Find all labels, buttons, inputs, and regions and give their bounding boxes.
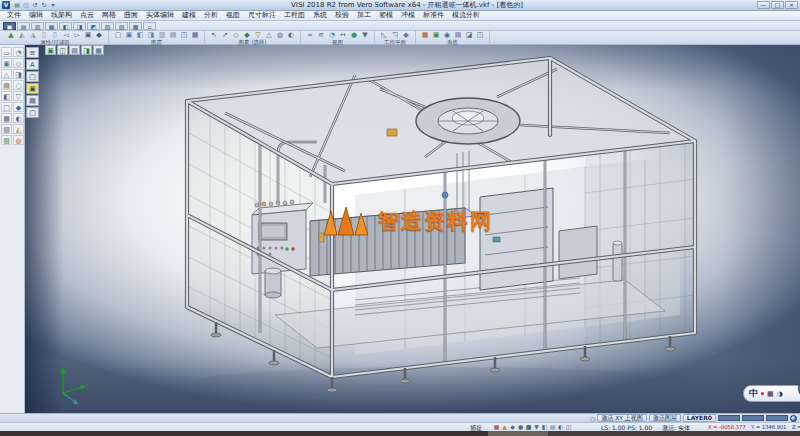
left-tool-icon[interactable]: ◭ bbox=[13, 124, 24, 134]
menu-item[interactable]: 标准件 bbox=[419, 11, 448, 20]
ribbon-icon[interactable]: ▣ bbox=[124, 31, 134, 40]
left-tool-icon[interactable]: □ bbox=[1, 102, 12, 112]
status-panel-block[interactable] bbox=[718, 415, 740, 421]
viewport-tool-icon[interactable]: ◫ bbox=[57, 45, 68, 55]
menu-item[interactable]: 线架构 bbox=[47, 11, 76, 20]
snap-icon[interactable]: ◫ bbox=[565, 423, 572, 431]
status-panel-block[interactable] bbox=[766, 415, 788, 421]
snap-icon[interactable]: ▲ bbox=[501, 423, 508, 431]
menu-item[interactable]: 实体编辑 bbox=[142, 11, 178, 20]
viewport-tool-icon[interactable]: ▤ bbox=[69, 45, 80, 55]
left-tool-icon[interactable]: ▤ bbox=[1, 80, 12, 90]
menu-item[interactable]: 分析 bbox=[200, 11, 222, 20]
magnifier-icon[interactable]: ○ bbox=[590, 415, 595, 422]
menu-item[interactable]: 曲面 bbox=[120, 11, 142, 20]
menu-item[interactable]: 建模 bbox=[178, 11, 200, 20]
left-tool-icon[interactable]: ◔ bbox=[13, 47, 24, 57]
workplane-button[interactable]: 激活 XY 上视图 bbox=[597, 414, 647, 422]
left-tool-icon[interactable]: ◍ bbox=[13, 135, 24, 145]
left-tool-icon[interactable]: ▧ bbox=[1, 124, 12, 134]
ribbon-tab[interactable]: ◨ bbox=[73, 22, 86, 30]
ribbon-icon[interactable]: ▦ bbox=[420, 31, 430, 40]
ribbon-icon[interactable]: ◐ bbox=[286, 31, 296, 40]
snap-icon[interactable]: ● bbox=[517, 423, 524, 431]
cad-model-3d[interactable] bbox=[25, 45, 800, 413]
menu-item[interactable]: 点云 bbox=[76, 11, 98, 20]
menu-item[interactable]: 校验 bbox=[331, 11, 353, 20]
ribbon-icon[interactable]: ▦ bbox=[190, 31, 200, 40]
ribbon-icon[interactable]: ▼ bbox=[360, 31, 370, 40]
ribbon-tab[interactable]: ▣ bbox=[3, 22, 16, 30]
left-tool-icon[interactable]: ▦ bbox=[1, 113, 12, 123]
ribbon-icon[interactable]: ≈ bbox=[305, 31, 315, 40]
viewport-tool-icon[interactable]: ▣ bbox=[45, 45, 56, 55]
left-tool-icon[interactable]: ◇ bbox=[13, 58, 24, 68]
left-tool-icon[interactable]: ◧ bbox=[1, 91, 12, 101]
left-tool-icon[interactable]: ○ bbox=[13, 80, 24, 90]
view-menu-icon[interactable]: ≡ bbox=[26, 47, 39, 58]
ribbon-tab[interactable]: ▧ bbox=[101, 22, 114, 30]
ime-settings-icon[interactable]: ◑ bbox=[777, 390, 783, 398]
left-tool-icon[interactable]: ▣ bbox=[1, 58, 12, 68]
ribbon-icon[interactable]: ◧ bbox=[135, 31, 145, 40]
menu-item[interactable]: 工程图 bbox=[280, 11, 309, 20]
ime-keyboard-icon[interactable]: ▦ bbox=[767, 390, 774, 398]
ribbon-tab[interactable]: ▫ bbox=[143, 22, 156, 30]
ribbon-icon[interactable]: ▢ bbox=[113, 31, 123, 40]
open-file-icon[interactable]: ▤ bbox=[13, 1, 21, 9]
shaded-mode-icon[interactable]: ▣ bbox=[26, 83, 39, 94]
ime-toolbar[interactable]: 中 ▦ ◑ bbox=[743, 377, 800, 407]
snap-icon[interactable]: ◧ bbox=[541, 423, 548, 431]
left-tool-icon[interactable]: ▨ bbox=[1, 135, 12, 145]
snap-icon[interactable]: ▤ bbox=[549, 423, 556, 431]
ribbon-icon[interactable]: ◆ bbox=[94, 31, 104, 40]
graphics-viewport[interactable]: ≡A▢▣▤▢ ▣◫▤◨▦ 智造资料网 中 ▦ ◑ bbox=[25, 45, 800, 413]
redo-icon[interactable]: ↻ bbox=[40, 1, 48, 9]
left-tool-icon[interactable]: ◆ bbox=[13, 102, 24, 112]
menu-item[interactable]: 文件 bbox=[3, 11, 25, 20]
left-tool-icon[interactable]: ▭ bbox=[1, 47, 12, 57]
menu-item[interactable]: 系统 bbox=[309, 11, 331, 20]
menu-item[interactable]: 加工 bbox=[353, 11, 375, 20]
ribbon-tab[interactable]: ◧ bbox=[59, 22, 72, 30]
close-button[interactable]: × bbox=[785, 1, 798, 9]
ribbon-tab[interactable]: ▦ bbox=[45, 22, 58, 30]
menu-item[interactable]: 编辑 bbox=[25, 11, 47, 20]
menu-item[interactable]: 塑模 bbox=[375, 11, 397, 20]
ribbon-icon[interactable]: ◮ bbox=[28, 31, 38, 40]
viewport-tool-icon[interactable]: ▦ bbox=[93, 45, 104, 55]
menu-item[interactable]: 尺寸标注 bbox=[244, 11, 280, 20]
ribbon-icon[interactable]: ◫ bbox=[475, 31, 485, 40]
maximize-button[interactable]: □ bbox=[771, 1, 784, 9]
ribbon-tab[interactable]: ▩ bbox=[129, 22, 142, 30]
menu-item[interactable]: 冲模 bbox=[397, 11, 419, 20]
menu-item[interactable]: 视图 bbox=[222, 11, 244, 20]
display-mode-icon[interactable]: ▤ bbox=[26, 95, 39, 106]
ribbon-tab[interactable]: ▥ bbox=[31, 22, 44, 30]
ribbon-icon[interactable]: ◫ bbox=[179, 31, 189, 40]
ribbon-icon[interactable]: ↗ bbox=[220, 31, 230, 40]
annotation-toggle-icon[interactable]: A bbox=[26, 59, 39, 70]
ribbon-tab[interactable]: ◩ bbox=[87, 22, 100, 30]
snap-icon[interactable]: ▼ bbox=[533, 423, 540, 431]
ribbon-icon[interactable]: ◪ bbox=[464, 31, 474, 40]
ribbon-icon[interactable]: ▣ bbox=[431, 31, 441, 40]
ribbon-icon[interactable]: ◭ bbox=[17, 31, 27, 40]
ribbon-icon[interactable]: ↖ bbox=[209, 31, 219, 40]
ribbon-icon[interactable]: ● bbox=[349, 31, 359, 40]
menu-item[interactable]: 网格 bbox=[98, 11, 120, 20]
active-layer-button[interactable]: 激活图层 bbox=[649, 414, 681, 422]
viewport-tool-icon[interactable]: ◨ bbox=[81, 45, 92, 55]
ribbon-icon[interactable]: ▻ bbox=[72, 31, 82, 40]
ribbon-icon[interactable]: ◍ bbox=[275, 31, 285, 40]
quick-access-dropdown-icon[interactable]: ▾ bbox=[49, 1, 57, 9]
ribbon-icon[interactable]: ▣ bbox=[83, 31, 93, 40]
ribbon-tab[interactable]: ▤ bbox=[17, 22, 30, 30]
undo-icon[interactable]: ↺ bbox=[31, 1, 39, 9]
display-mode-icon[interactable]: ▢ bbox=[26, 71, 39, 82]
left-tool-icon[interactable]: ◐ bbox=[13, 113, 24, 123]
snap-icon[interactable]: ◐ bbox=[557, 423, 564, 431]
menu-item[interactable]: 模流分析 bbox=[448, 11, 484, 20]
snap-icon[interactable]: ■ bbox=[525, 423, 532, 431]
snap-icon[interactable]: ▦ bbox=[493, 423, 500, 431]
